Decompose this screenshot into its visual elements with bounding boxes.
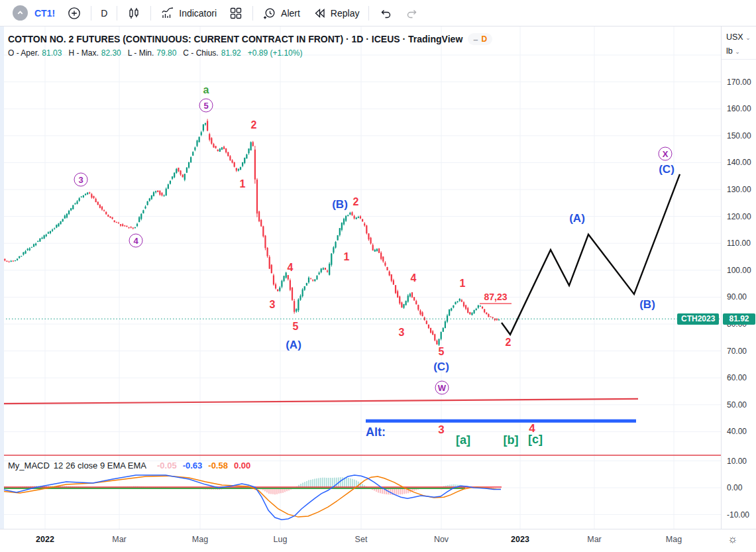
- wave-label-c[interactable]: (C): [659, 163, 675, 176]
- low-label: L - Min.: [128, 48, 154, 58]
- open-value: 81.03: [42, 48, 62, 58]
- time-tick-2022: 2022: [36, 535, 54, 544]
- close-label: C - Chius.: [183, 48, 218, 58]
- macd-tick: 10.00: [727, 457, 747, 466]
- wave-label-c[interactable]: (C): [433, 360, 449, 374]
- price-tick: 110.00: [727, 239, 751, 248]
- macd-legend: My_MACD 12 26 close 9 EMA EMA -0.05-0.63…: [8, 461, 250, 470]
- indicator-name: My_MACD: [8, 461, 50, 470]
- price-axis-header[interactable]: USX ⌄ lb ⌄: [726, 30, 751, 58]
- wave-label-b[interactable]: (B): [332, 198, 348, 211]
- change-value: +0.89 (+1.10%): [248, 48, 303, 58]
- wave-label-5[interactable]: 5: [293, 321, 299, 333]
- wave-label-b[interactable]: [b]: [504, 433, 519, 447]
- time-tick-mag: Mag: [666, 535, 682, 544]
- wave-label-b[interactable]: (B): [639, 298, 655, 311]
- macd-tick: -10.00: [727, 510, 749, 520]
- time-tick-set: Set: [355, 535, 368, 544]
- macd-value: -0.05: [157, 461, 177, 470]
- wave-label-2[interactable]: 2: [506, 337, 512, 349]
- wave-label-alt[interactable]: Alt:: [366, 425, 386, 439]
- time-tick-lug: Lug: [274, 535, 288, 544]
- wave-label-3[interactable]: 3: [438, 423, 444, 437]
- chart-legend: COTTON NO. 2 FUTURES (CONTINUOUS: CURREN…: [8, 33, 492, 58]
- macd-value: 0.00: [234, 461, 250, 470]
- wave-label-1[interactable]: 1: [344, 251, 350, 263]
- wave-label-4[interactable]: 4: [129, 234, 143, 248]
- wave-label-3[interactable]: 3: [270, 299, 276, 311]
- high-label: H - Max.: [68, 48, 98, 58]
- wave-label-a[interactable]: a: [203, 84, 209, 96]
- wave-label-4[interactable]: 4: [411, 272, 417, 284]
- collapse-icon: –: [473, 35, 478, 44]
- wave-label-3[interactable]: 3: [74, 173, 88, 187]
- wave-label-w[interactable]: W: [435, 381, 449, 395]
- unit-label: lb: [726, 46, 733, 56]
- wave-label-a[interactable]: (A): [569, 212, 585, 225]
- axis-divider: [722, 59, 756, 60]
- low-value: 79.80: [156, 48, 176, 58]
- wave-label-x[interactable]: X: [659, 147, 673, 161]
- level-87-23-label[interactable]: 87,23: [484, 292, 507, 302]
- wave-label-1[interactable]: 1: [240, 178, 246, 190]
- wave-label-1[interactable]: 1: [460, 278, 466, 290]
- price-tick: 50.00: [727, 400, 747, 410]
- wave-label-2[interactable]: 2: [251, 119, 257, 131]
- close-value: 81.92: [221, 48, 241, 58]
- wave-label-5[interactable]: 5: [439, 346, 445, 358]
- contract-label-badge: CTH2023: [677, 313, 719, 325]
- time-tick-nov: Nov: [434, 535, 449, 544]
- left-edge-strip: [0, 27, 4, 552]
- macd-tick: 0.00: [727, 483, 742, 492]
- open-label: O - Aper.: [8, 48, 39, 58]
- chevron-down-icon: ⌄: [745, 34, 751, 41]
- price-tick: 160.00: [727, 104, 751, 113]
- macd-indicator: [0, 475, 502, 520]
- candlestick-series[interactable]: [0, 119, 500, 346]
- time-tick-mag: Mag: [192, 535, 208, 544]
- wave-label-5[interactable]: 5: [199, 99, 213, 113]
- wave-label-a[interactable]: [a]: [456, 433, 470, 447]
- wave-label-a[interactable]: (A): [286, 339, 301, 352]
- price-tick: 70.00: [727, 347, 747, 356]
- price-axis[interactable]: USX ⌄ lb ⌄ 170.00160.00150.00140.00130.0…: [721, 27, 756, 529]
- high-value: 82.30: [101, 48, 121, 58]
- price-tick: 170.00: [727, 78, 751, 87]
- macd-value: -0.63: [183, 461, 203, 470]
- interval-badge: D: [482, 35, 488, 43]
- current-price-badge: 81.92: [723, 313, 755, 325]
- macd-value: -0.58: [208, 461, 228, 470]
- time-axis[interactable]: 2022MarMagLugSetNov2023MarMag: [0, 529, 756, 552]
- currency-label: USX: [726, 32, 743, 42]
- chevron-down-icon: ⌄: [735, 48, 740, 55]
- gridlines: [0, 27, 721, 529]
- price-tick: 130.00: [727, 185, 751, 194]
- price-tick: 150.00: [727, 131, 751, 140]
- wave-label-2[interactable]: 2: [353, 196, 359, 208]
- chart-title: COTTON NO. 2 FUTURES (CONTINUOUS: CURREN…: [8, 34, 462, 44]
- price-tick: 90.00: [727, 292, 747, 302]
- legend-interval-pill[interactable]: – D: [468, 33, 492, 45]
- ohlc-row: O - Aper.81.03 H - Max.82.30 L - Min.79.…: [8, 48, 492, 58]
- price-tick: 140.00: [727, 158, 751, 167]
- time-tick-2023: 2023: [511, 535, 529, 544]
- macd-main-line: [0, 475, 501, 520]
- main-red-trendline[interactable]: [0, 399, 638, 404]
- time-tick-mar: Mar: [587, 535, 602, 544]
- time-axis-settings-icon[interactable]: ☼: [728, 533, 738, 546]
- price-tick: 120.00: [727, 212, 751, 221]
- price-tick: 60.00: [727, 373, 747, 382]
- price-tick: 40.00: [727, 427, 747, 436]
- tradingview-chart-window: CT1! D Indicatori: [0, 0, 756, 552]
- wave-label-c[interactable]: [c]: [528, 433, 543, 447]
- wave-label-3[interactable]: 3: [399, 327, 405, 339]
- indicator-params: 12 26 close 9 EMA EMA: [54, 461, 146, 470]
- indicator-values: -0.05-0.63-0.580.00: [157, 461, 250, 470]
- time-tick-mar: Mar: [112, 535, 127, 544]
- price-tick: 100.00: [727, 266, 751, 275]
- wave-label-4[interactable]: 4: [288, 262, 294, 274]
